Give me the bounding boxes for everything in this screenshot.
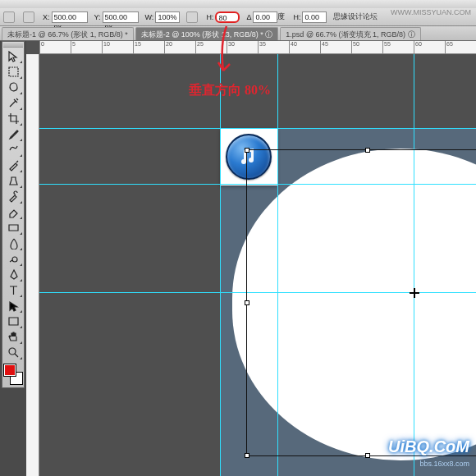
transform-grid-icon[interactable]	[23, 11, 34, 23]
path-select-tool[interactable]	[3, 298, 23, 314]
menubar-stub	[0, 0, 476, 8]
transform-handle[interactable]	[245, 300, 249, 305]
angle-label: Δ	[246, 13, 251, 21]
h-label: H:	[206, 13, 213, 21]
marquee-tool[interactable]	[3, 64, 23, 80]
skew-h-label: H:	[293, 13, 300, 21]
ruler-vertical[interactable]	[26, 54, 39, 476]
brush-tool[interactable]	[3, 158, 23, 173]
tab-doc-1[interactable]: 未标题-1 @ 66.7% (形状 1, RGB/8) *	[2, 27, 134, 40]
shape-tool[interactable]	[3, 314, 23, 329]
hand-tool[interactable]	[3, 329, 23, 345]
angle-input[interactable]: 0.00	[253, 11, 277, 23]
guide-horizontal[interactable]	[39, 128, 476, 129]
h-input[interactable]: 80	[215, 11, 240, 23]
healing-tool[interactable]	[3, 142, 23, 158]
tab-doc-3[interactable]: 1.psd @ 66.7% (渐变填充 1, RGB/8) ⓘ	[280, 27, 420, 40]
wand-tool[interactable]	[3, 95, 23, 111]
annotation-text: 垂直方向 80%	[189, 82, 271, 99]
stamp-tool[interactable]	[3, 173, 23, 189]
zoom-tool[interactable]	[3, 345, 23, 360]
foreground-swatch[interactable]	[4, 364, 16, 376]
move-tool[interactable]	[3, 48, 23, 64]
transform-center[interactable]	[410, 288, 419, 298]
skew-h-input[interactable]: 0.00	[302, 11, 327, 23]
transform-handle[interactable]	[245, 453, 249, 458]
eraser-tool[interactable]	[3, 204, 23, 220]
angle-unit: 度	[277, 11, 285, 22]
lasso-tool[interactable]	[3, 80, 23, 95]
blur-tool[interactable]	[3, 236, 23, 251]
type-tool[interactable]	[3, 282, 23, 298]
reference-point-icon[interactable]	[3, 11, 15, 23]
link-icon[interactable]	[186, 11, 198, 23]
w-label: W:	[145, 13, 154, 21]
transform-handle[interactable]	[365, 453, 370, 458]
forum-label: 思缘设计论坛	[333, 11, 378, 22]
history-brush-tool[interactable]	[3, 189, 23, 204]
color-swatches[interactable]	[3, 364, 23, 385]
transform-bounding-box[interactable]	[246, 149, 476, 456]
transform-handle[interactable]	[365, 148, 370, 153]
watermark-top: WWW.MISSYUAN.COM	[391, 8, 471, 16]
gradient-tool[interactable]	[3, 220, 23, 236]
pen-tool[interactable]	[3, 267, 23, 282]
ruler-horizontal[interactable]: 0510152025303540455055606570	[39, 41, 476, 54]
dodge-tool[interactable]	[3, 251, 23, 267]
x-input[interactable]: 500.00 px	[52, 11, 88, 23]
y-input[interactable]: 500.00 px	[103, 11, 139, 23]
watermark-bottom: UiBQ.CoM	[388, 437, 469, 456]
eyedropper-tool[interactable]	[3, 126, 23, 142]
toolbox-header[interactable]	[3, 43, 23, 48]
toolbox	[2, 41, 25, 388]
transform-handle[interactable]	[245, 148, 249, 153]
x-label: X:	[43, 13, 50, 21]
crop-tool[interactable]	[3, 111, 23, 126]
canvas[interactable]	[39, 54, 476, 476]
watermark-bottom-2: bbs.16xx8.com	[419, 460, 469, 468]
guide-vertical[interactable]	[220, 54, 221, 476]
w-input[interactable]: 100%	[155, 11, 180, 23]
y-label: Y:	[94, 13, 101, 21]
tab-doc-2[interactable]: 未标题-2 @ 100% (形状 13, RGB/8) * ⓘ	[135, 27, 279, 40]
